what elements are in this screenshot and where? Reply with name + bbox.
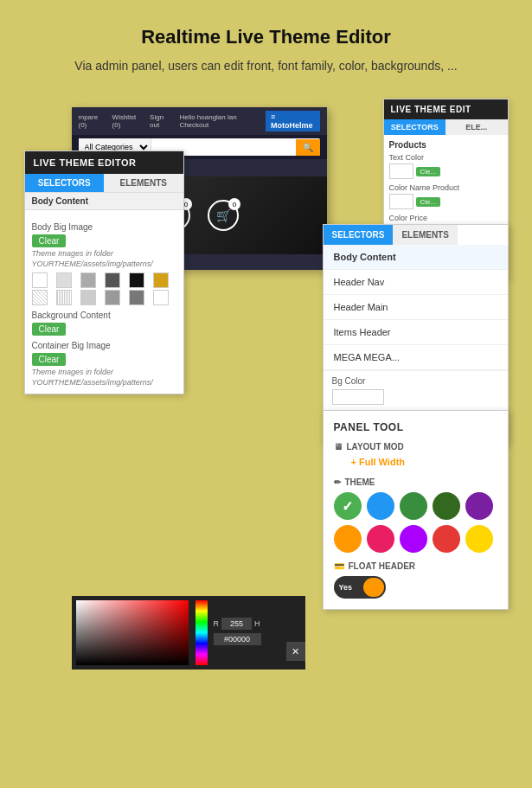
hint-1: Theme Images in folder — [32, 249, 176, 258]
sel-mega-mega[interactable]: MEGA MEGA... — [324, 345, 508, 370]
swatch-med-gray[interactable] — [80, 290, 96, 305]
text-color-box[interactable] — [389, 163, 413, 179]
clear-body-image[interactable]: Clear — [32, 234, 67, 247]
color-dark-green[interactable] — [400, 492, 427, 520]
color-green-check[interactable]: ✓ — [334, 492, 362, 520]
page-title: Realtime Live Theme Editor — [141, 26, 391, 48]
color-blue[interactable] — [367, 492, 394, 520]
close-picker-button[interactable]: ✕ — [286, 642, 305, 661]
panel-left-tabs: SELECTORS ELEMENTS — [25, 174, 183, 193]
sel-header-main[interactable]: Header Main — [324, 295, 508, 320]
hue-bar[interactable] — [195, 600, 208, 665]
color-orange[interactable] — [334, 525, 362, 553]
toggle-float-header[interactable]: Yes No — [334, 576, 497, 599]
panel-right-tabs: SELECTORS ELE... — [384, 119, 508, 135]
cart-badge: 0 — [228, 198, 240, 210]
search-button[interactable]: 🔍 — [296, 139, 320, 156]
panel-left-header: LIVE THEME EDITOR — [25, 151, 183, 174]
products-label: Products — [389, 140, 503, 150]
tab-selectors-left[interactable]: SELECTORS — [25, 174, 105, 192]
body-big-image-label: Body Big Image — [32, 222, 176, 232]
sel-header-nav[interactable]: Header Nav — [324, 270, 508, 295]
swatch-white[interactable] — [32, 272, 48, 288]
monitor-icon: 🖥 — [334, 442, 343, 452]
color-violet[interactable] — [400, 525, 427, 553]
hex-value-input[interactable] — [214, 633, 261, 645]
color-forest-green[interactable] — [433, 492, 460, 520]
store-brand: ≡ MotoHelme — [266, 111, 319, 131]
text-color-field: Text Color Cle... — [389, 153, 503, 179]
color-name-field: Color Name Product Cle... — [389, 183, 503, 209]
selectors-list: Body Content Header Nav Header Main Item… — [324, 245, 508, 370]
r-value-input[interactable] — [221, 618, 252, 630]
color-yellow[interactable] — [465, 525, 493, 553]
float-header-title: 💳 FLOAT HEADER — [334, 561, 497, 571]
clear-container-bg[interactable]: Clear — [32, 353, 67, 366]
pencil-icon: ✏ — [334, 477, 341, 487]
hint-2: YOURTHEME/assets/img/patterns/ — [32, 259, 176, 268]
clear-bg[interactable]: Clear — [32, 323, 67, 336]
hint-3: Theme Images in folder — [32, 368, 176, 376]
float-header-section: 💳 FLOAT HEADER Yes No — [334, 561, 497, 599]
toggle-yes-label: Yes — [339, 583, 353, 592]
swatch-darkgray[interactable] — [105, 272, 120, 288]
sel-body-content[interactable]: Body Content — [324, 245, 508, 270]
swatch-pattern2[interactable] — [56, 290, 72, 305]
toggle-track[interactable]: Yes No — [334, 576, 386, 599]
sel-items-header[interactable]: Items Header — [324, 320, 508, 345]
clear-text-color[interactable]: Cle... — [416, 167, 441, 176]
color-purple[interactable] — [465, 492, 493, 520]
panel-right-header: LIVE THEME EDIT — [384, 99, 508, 119]
swatch-gold[interactable] — [153, 272, 169, 288]
swatch-gray2[interactable] — [105, 290, 120, 305]
swatch-white2[interactable] — [153, 290, 169, 305]
theme-title: ✏ THEME — [334, 477, 497, 487]
tab-elements-left[interactable]: ELEMENTS — [104, 174, 183, 192]
tab-selectors-main[interactable]: SELECTORS — [324, 225, 394, 245]
bg-color-input[interactable] — [332, 389, 384, 405]
color-picker-panel: R H ✕ — [72, 596, 305, 669]
tab-elements-main[interactable]: ELEMENTS — [393, 225, 457, 245]
swatch-black[interactable] — [129, 272, 144, 288]
layout-mod-title: 🖥 LAYOUT MOD — [334, 442, 497, 452]
swatch-lightgray[interactable] — [56, 272, 72, 288]
color-swatches — [32, 272, 176, 305]
panel-tool: PANEL TOOL 🖥 LAYOUT MOD + Full Width ✏ T… — [323, 410, 509, 610]
container-bg-label: Container Big Image — [32, 341, 176, 350]
section-label-body: Body Content — [25, 193, 183, 210]
screenshots-area: LIVE THEME EDIT SELECTORS ELE... Product… — [24, 99, 509, 687]
store-topbar: mpare (0) Wishlist (0) Sign out Hello ho… — [72, 107, 327, 135]
swatch-pattern1[interactable] — [32, 290, 48, 305]
tab-selectors-back[interactable]: SELECTORS — [384, 119, 446, 135]
color-pink[interactable] — [367, 525, 394, 553]
panel-tool-title: PANEL TOOL — [334, 421, 497, 433]
full-width-button[interactable]: + Full Width — [351, 457, 406, 467]
theme-colors: ✓ — [334, 492, 497, 553]
panel-left-body: Body Big Image Clear Theme Images in fol… — [25, 210, 183, 394]
toggle-thumb[interactable] — [363, 578, 384, 597]
credit-card-icon: 💳 — [334, 561, 344, 571]
hint-4: YOURTHEME/assets/img/patterns/ — [32, 378, 176, 387]
clear-color-name[interactable]: Cle... — [416, 197, 441, 207]
color-name-box[interactable] — [389, 194, 413, 209]
bg-color-label: Bg Color — [332, 376, 499, 386]
gradient-picker[interactable] — [76, 600, 189, 665]
swatch-gray[interactable] — [80, 272, 96, 288]
selectors-tabs: SELECTORS ELEMENTS — [324, 225, 508, 245]
swatch-gray3[interactable] — [129, 290, 144, 305]
bg-content-label: Background Content — [32, 311, 176, 320]
page-subtitle: Via admin panel, users can edit front, f… — [74, 59, 457, 73]
panel-left: LIVE THEME EDITOR SELECTORS ELEMENTS Bod… — [24, 151, 184, 394]
tab-elements-back[interactable]: ELE... — [445, 119, 508, 135]
cart-icon-circle: 🛒 0 — [208, 200, 239, 231]
color-red[interactable] — [433, 525, 460, 553]
